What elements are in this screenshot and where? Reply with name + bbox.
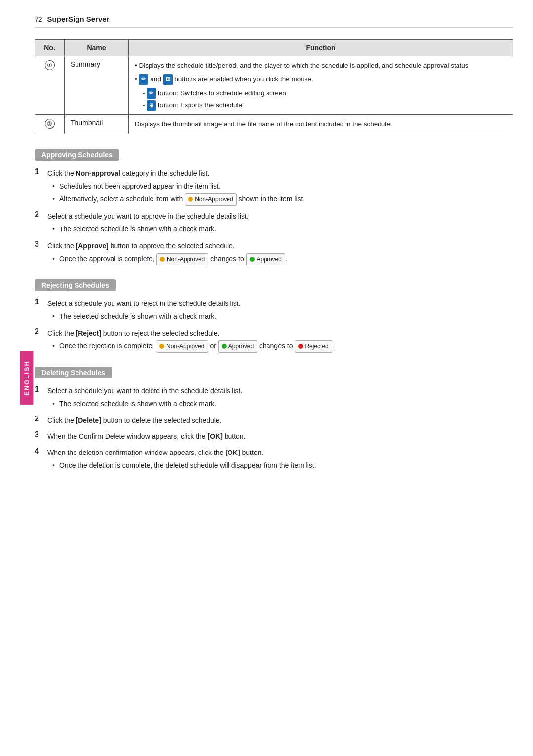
table-row: ① Summary • Displays the schedule title/… (35, 56, 513, 115)
section-title-rejecting: Rejecting Schedules (35, 279, 116, 291)
section-rejecting: Rejecting Schedules 1 Select a schedule … (35, 279, 513, 353)
bullet-item: Schedules not been approved appear in th… (52, 181, 513, 192)
step-delete-2: 2 Click the [Delete] button to delete th… (35, 415, 513, 426)
step-reject-1: 1 Select a schedule you want to reject i… (35, 298, 513, 323)
step-delete-3: 3 When the Confirm Delete window appears… (35, 431, 513, 442)
table-header-name: Name (65, 40, 129, 56)
table-cell-function-thumbnail: Displays the thumbnail image and the fil… (129, 115, 513, 134)
badge-non-approved-2: Non-Approved (156, 253, 208, 265)
edit-icon-btn: ✏ (139, 74, 148, 85)
badge-rejected: Rejected (295, 340, 332, 352)
bullet-item: The selected schedule is shown with a ch… (52, 224, 513, 235)
section-approving: Approving Schedules 1 Click the Non-appr… (35, 149, 513, 265)
step-approve-3: 3 Click the [Approve] button to approve … (35, 240, 513, 265)
bullet-item: Once the rejection is complete, Non-Appr… (52, 340, 513, 352)
table-header-function: Function (129, 40, 513, 56)
app-title: SuperSign Server (47, 15, 110, 23)
export-icon-btn: ⊞ (163, 74, 173, 85)
page-number: 72 (35, 15, 42, 23)
badge-non-approved: Non-Approved (185, 193, 236, 205)
features-table: No. Name Function ① Summary • Displays t… (35, 39, 513, 134)
table-cell-name: Summary (65, 56, 129, 115)
section-deleting: Deleting Schedules 1 Select a schedule y… (35, 367, 513, 472)
step-approve-2: 2 Select a schedule you want to approve … (35, 211, 513, 235)
table-cell-name: Thumbnail (65, 115, 129, 134)
bullet-item: Once the deletion is complete, the delet… (52, 460, 513, 472)
bullet-item: Once the approval is complete, Non-Appro… (52, 253, 513, 265)
table-cell-no: ② (35, 115, 65, 134)
bullet-item: The selected schedule is shown with a ch… (52, 311, 513, 323)
section-title-deleting: Deleting Schedules (35, 367, 112, 378)
table-row: ② Thumbnail Displays the thumbnail image… (35, 115, 513, 134)
badge-approved-2: Approved (218, 340, 257, 352)
badge-dot-nonapproved (188, 197, 193, 202)
badge-approved: Approved (246, 253, 285, 265)
step-delete-4: 4 When the deletion confirmation window … (35, 447, 513, 472)
section-title-approving: Approving Schedules (35, 149, 119, 161)
bullet-item: Alternatively, select a schedule item wi… (52, 193, 513, 205)
step-reject-2: 2 Click the [Reject] button to reject th… (35, 328, 513, 353)
language-tab: ENGLISH (20, 351, 33, 405)
page-header: 72 SuperSign Server (35, 15, 513, 28)
badge-non-approved-3: Non-Approved (156, 340, 208, 352)
step-approve-1: 1 Click the Non-approval category in the… (35, 168, 513, 206)
bullet-item: The selected schedule is shown with a ch… (52, 398, 513, 410)
table-header-no: No. (35, 40, 65, 56)
table-cell-function-summary: • Displays the schedule title/period, an… (129, 56, 513, 115)
table-cell-no: ① (35, 56, 65, 115)
edit-icon-btn-2: ✏ (147, 88, 156, 99)
step-delete-1: 1 Select a schedule you want to delete i… (35, 385, 513, 410)
export-icon-btn-2: ⊞ (147, 100, 156, 111)
main-content: 72 SuperSign Server No. Name Function ① … (15, 0, 533, 505)
